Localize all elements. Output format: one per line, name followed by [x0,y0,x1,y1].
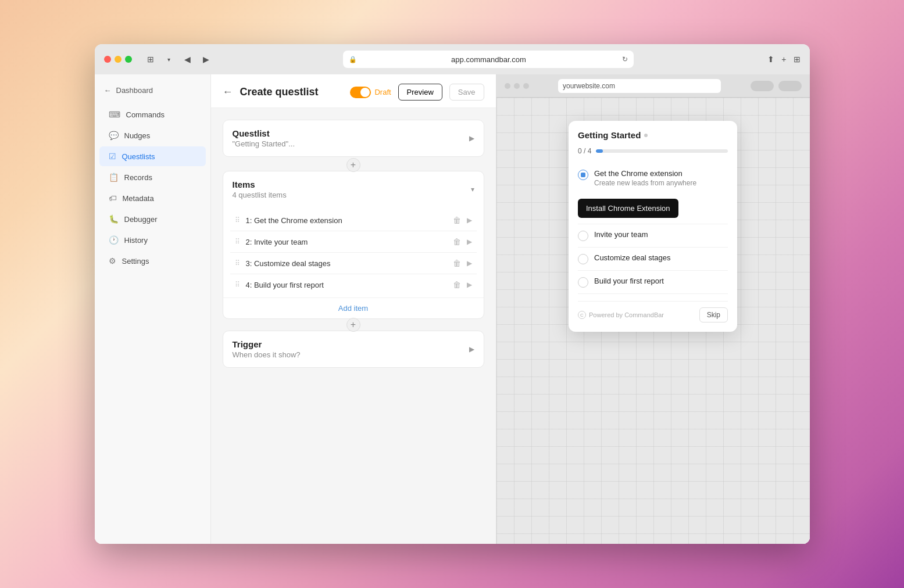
draft-toggle: Draft [350,87,391,98]
sidebar-item-questlists[interactable]: ☑ Questlists [99,146,206,166]
commandbar-icon: C [578,311,586,319]
preview-address-bar: yourwebsite.com [558,79,721,93]
items-card-text: Items 4 questlist items [233,180,287,199]
sidebar-item-history[interactable]: 🕐 History [99,230,206,250]
item-expand-icon[interactable]: ▶ [467,238,472,246]
address-bar[interactable]: 🔒 app.commandbar.com ↻ [343,51,634,68]
close-button[interactable] [104,56,111,63]
add-item-button[interactable]: Add item [223,297,484,318]
item-expand-icon[interactable]: ▶ [467,281,472,289]
widget-title: Getting Started [578,130,641,140]
share-icon[interactable]: ⬆ [767,55,774,64]
widget-item-title-3: Customize deal stages [594,253,728,262]
preview-button[interactable]: Preview [398,84,442,101]
list-item: ⠿ 3: Customize deal stages 🗑 ▶ [230,253,477,274]
preview-panel: yourwebsite.com Getting Started [496,74,810,544]
preview-btn-1 [751,81,774,91]
back-icon[interactable]: ◀ [180,51,196,67]
editor-header: ← Create questlist Draft Preview Save [211,74,496,108]
preview-top-bar: yourwebsite.com [496,74,810,98]
debugger-icon: 🐛 [109,214,119,224]
preview-right-buttons [751,81,802,91]
questlist-card-title: Questlist [233,128,295,138]
items-list: ⠿ 1: Get the Chrome extension 🗑 ▶ ⠿ 2: I… [223,207,484,297]
maximize-button[interactable] [125,56,132,63]
sidebar-item-records[interactable]: 📋 Records [99,167,206,187]
sidebar-item-commands[interactable]: ⌨ Commands [99,105,206,124]
new-tab-icon[interactable]: + [781,55,786,64]
widget-item-desc-1: Create new leads from anywhere [594,179,696,187]
forward-icon[interactable]: ▶ [198,51,215,67]
widget-item-2: Invite your team [578,224,728,248]
page-title: Create questlist [240,86,344,98]
records-icon: 📋 [109,173,119,182]
browser-chrome: ⊞ ▾ ◀ ▶ 🔒 app.commandbar.com ↻ ⬆ + ⊞ [95,44,810,74]
questlist-card: Questlist "Getting Started"... ▶ [223,120,484,157]
widget-item-check-3 [578,254,588,264]
powered-by-text: Powered by CommandBar [589,311,664,318]
list-item: ⠿ 2: Invite your team 🗑 ▶ [230,231,477,253]
widget-item-content-4: Build your first report [594,277,728,285]
widget-item-check-2 [578,231,588,241]
drag-handle-icon[interactable]: ⠿ [235,281,240,289]
connector-dot-1[interactable]: + [346,158,360,172]
history-label: History [124,236,148,245]
grid-icon[interactable]: ⊞ [794,55,801,64]
questlists-label: Questlists [122,152,155,161]
progress-bar [596,149,728,153]
list-item: ⠿ 1: Get the Chrome extension 🗑 ▶ [230,210,477,231]
minimize-button[interactable] [115,56,122,63]
debugger-label: Debugger [124,215,158,224]
sidebar-item-dashboard[interactable]: ← Dashboard [95,81,210,99]
sidebar-item-metadata[interactable]: 🏷 Metadata [99,188,206,208]
sidebar-item-debugger[interactable]: 🐛 Debugger [99,209,206,229]
skip-button[interactable]: Skip [699,307,728,322]
back-button[interactable]: ← [223,86,233,98]
widget-item-check-1 [578,170,588,180]
widget-item-content-2: Invite your team [594,230,728,239]
drag-handle-icon[interactable]: ⠿ [235,216,240,224]
item-label: 2: Invite your team [246,238,447,246]
draft-toggle-switch[interactable] [350,87,371,98]
chevron-down-icon[interactable]: ▾ [161,51,177,67]
delete-item-button[interactable]: 🗑 [453,259,461,268]
widget-item-content-1: Get the Chrome extension Create new lead… [594,169,696,187]
widget-cta-button[interactable]: Install Chrome Extension [578,199,678,218]
item-expand-icon[interactable]: ▶ [467,216,472,224]
powered-by-label: C Powered by CommandBar [578,311,664,319]
drag-handle-icon[interactable]: ⠿ [235,238,240,246]
questlist-card-text: Questlist "Getting Started"... [233,128,295,148]
save-button[interactable]: Save [449,84,484,101]
widget-item-content-3: Customize deal stages [594,253,728,262]
item-expand-icon[interactable]: ▶ [467,259,472,267]
sidebar-toggle-icon[interactable]: ⊞ [142,51,159,67]
trigger-card-header[interactable]: Trigger When does it show? ▶ [223,331,484,367]
drag-handle-icon[interactable]: ⠿ [235,259,240,267]
items-chevron-icon: ▾ [471,185,474,193]
trigger-card-text: Trigger When does it show? [233,339,301,359]
items-card-subtitle: 4 questlist items [233,191,287,199]
settings-label: Settings [122,257,149,266]
browser-right-icons: ⬆ + ⊞ [767,55,800,64]
refresh-icon[interactable]: ↻ [622,55,628,63]
draft-label: Draft [374,88,391,96]
preview-dot-1 [505,83,510,89]
history-icon: 🕐 [109,235,119,245]
browser-window: ⊞ ▾ ◀ ▶ 🔒 app.commandbar.com ↻ ⬆ + ⊞ ← D… [95,44,810,544]
commands-icon: ⌨ [109,110,120,119]
questlist-card-header[interactable]: Questlist "Getting Started"... ▶ [223,120,484,156]
list-item: ⠿ 4: Build your first report 🗑 ▶ [230,274,477,295]
widget-progress-row: 0 / 4 [578,147,728,155]
connector-dot-2[interactable]: + [346,318,360,332]
items-card-header[interactable]: Items 4 questlist items ▾ [223,171,484,207]
sidebar-item-settings[interactable]: ⚙ Settings [99,251,206,271]
nudges-icon: 💬 [109,131,119,140]
trigger-card-subtitle: When does it show? [233,350,301,359]
delete-item-button[interactable]: 🗑 [453,280,461,289]
delete-item-button[interactable]: 🗑 [453,216,461,225]
editor-content: Questlist "Getting Started"... ▶ + Items [211,108,496,544]
sidebar-item-nudges[interactable]: 💬 Nudges [99,126,206,145]
metadata-label: Metadata [123,194,154,203]
questlists-icon: ☑ [109,152,116,161]
delete-item-button[interactable]: 🗑 [453,237,461,246]
